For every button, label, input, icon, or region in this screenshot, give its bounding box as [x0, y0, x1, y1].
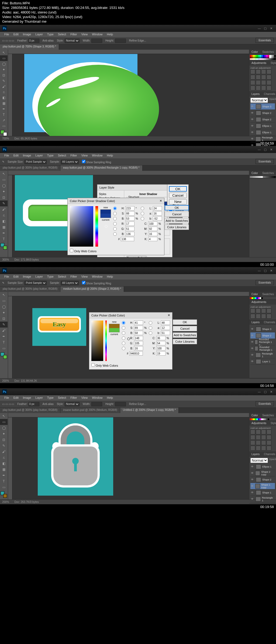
- b-radio[interactable]: [122, 331, 125, 335]
- layers-tab[interactable]: Layers: [249, 452, 262, 457]
- visibility-icon[interactable]: 👁: [251, 328, 255, 330]
- gradient-tool-icon[interactable]: ▦: [0, 466, 8, 472]
- a-input[interactable]: [153, 211, 162, 216]
- r-input[interactable]: [134, 336, 143, 340]
- color-swatches[interactable]: [1, 130, 7, 136]
- tab[interactable]: play button.psd @ 300% (play button, RGB…: [0, 408, 60, 413]
- background-swatch[interactable]: [3, 132, 7, 136]
- layer-row[interactable]: 👁Rectangle 1: [250, 352, 275, 358]
- adjustments-tab[interactable]: Adjustments: [249, 421, 268, 426]
- lb-radio[interactable]: [149, 331, 152, 335]
- eyedropper-tool-icon[interactable]: ✎: [0, 322, 8, 328]
- width-input[interactable]: [91, 39, 102, 43]
- adjustments-tab[interactable]: Adjustments: [249, 61, 268, 66]
- menu-view[interactable]: View: [79, 274, 90, 280]
- menu-help[interactable]: Help: [105, 32, 115, 37]
- menu-filter[interactable]: Filter: [68, 395, 79, 401]
- move-tool-icon[interactable]: ↖: [0, 50, 8, 55]
- l-radio[interactable]: [141, 207, 144, 210]
- ok-button[interactable]: OK: [165, 205, 189, 210]
- add-swatches-button[interactable]: Add to Swatches: [165, 218, 189, 223]
- c-input[interactable]: [156, 336, 165, 340]
- text-tool-icon[interactable]: T: [0, 478, 8, 484]
- layer-row[interactable]: 👁Ellipse 1: [250, 129, 275, 136]
- sample-layers-select[interactable]: All Layers: [61, 281, 79, 285]
- swatches-grid[interactable]: [249, 176, 276, 178]
- visibility-icon[interactable]: 👁: [251, 478, 255, 481]
- m-input[interactable]: [148, 227, 157, 231]
- antialias-check[interactable]: Anti-alias: [43, 39, 54, 42]
- color-tab[interactable]: Color: [249, 413, 260, 418]
- style-select[interactable]: Normal: [65, 39, 80, 43]
- visibility-icon[interactable]: 👁: [251, 340, 254, 343]
- height-input[interactable]: [115, 39, 126, 43]
- zoom-level[interactable]: 200%: [2, 379, 9, 382]
- g-input[interactable]: [125, 227, 134, 231]
- menu-file[interactable]: File: [2, 153, 11, 158]
- lb-input[interactable]: [161, 331, 170, 335]
- layer-row[interactable]: 👁Rounded Rectangle 1 c...: [250, 339, 275, 345]
- lasso-tool-icon[interactable]: ◯: [0, 183, 8, 189]
- c-input[interactable]: [148, 222, 157, 226]
- brush-tool-icon[interactable]: 🖌: [0, 84, 8, 89]
- show-ring-check[interactable]: Show Sampling Ring: [82, 160, 111, 164]
- menu-edit[interactable]: Edit: [11, 32, 21, 37]
- g-radio[interactable]: [113, 227, 117, 231]
- bl-input[interactable]: [134, 346, 143, 350]
- layer-row[interactable]: 👁Shape 1: [250, 489, 275, 496]
- menu-filter[interactable]: Filter: [68, 274, 79, 280]
- styles-item[interactable]: Styles: [99, 192, 122, 196]
- menu-type[interactable]: Type: [45, 274, 56, 280]
- h-input[interactable]: [134, 321, 143, 325]
- b-input[interactable]: [125, 216, 134, 221]
- color-libraries-button[interactable]: Color Libraries: [165, 224, 189, 230]
- menu-edit[interactable]: Edit: [11, 274, 21, 280]
- layer-row[interactable]: 👁Ellipse 1: [250, 123, 275, 129]
- menu-window[interactable]: Window: [90, 32, 105, 37]
- hex-input[interactable]: [121, 237, 134, 241]
- clone-tool-icon[interactable]: ⎌: [0, 455, 8, 461]
- visibility-icon[interactable]: 👁: [251, 334, 255, 337]
- layer-row[interactable]: 👁Ellipse 1: [250, 464, 275, 470]
- shape-tool-icon[interactable]: ▭: [0, 484, 8, 490]
- menu-type[interactable]: Type: [45, 32, 56, 37]
- g-input[interactable]: [134, 341, 143, 345]
- eyedropper-tool-icon[interactable]: ✎: [0, 200, 8, 206]
- text-tool-icon[interactable]: T: [0, 236, 8, 242]
- swatches-tab[interactable]: Swatches: [260, 292, 276, 297]
- hex-input[interactable]: [129, 351, 143, 356]
- cancel-button[interactable]: Cancel: [173, 326, 197, 331]
- eraser-tool-icon[interactable]: ◧: [0, 218, 8, 224]
- shape-tool-icon[interactable]: ▭: [0, 123, 8, 129]
- close-button[interactable]: ✕: [268, 268, 274, 273]
- crop-tool-icon[interactable]: ⊡: [0, 195, 8, 200]
- k-input[interactable]: [156, 351, 165, 356]
- menu-window[interactable]: Window: [90, 395, 105, 401]
- s-input[interactable]: [125, 211, 134, 216]
- visibility-icon[interactable]: 👁: [251, 131, 255, 134]
- cancel-button[interactable]: Cancel: [169, 193, 187, 198]
- selection-mode-icons[interactable]: ▭ ▭ ▭ ▭: [2, 403, 14, 406]
- add-swatches-button[interactable]: Add to Swatches: [173, 332, 197, 338]
- bl-radio[interactable]: [113, 232, 117, 236]
- swatches-grid[interactable]: [249, 54, 276, 60]
- maximize-button[interactable]: ▢: [263, 147, 268, 152]
- h-input[interactable]: [125, 206, 134, 210]
- tab[interactable]: play button.psd @ 700% (Shape 3, RGB/8) …: [0, 44, 59, 50]
- text-tool-icon[interactable]: T: [0, 339, 8, 345]
- marquee-tool-icon[interactable]: ▭: [0, 177, 8, 183]
- path-tool-icon[interactable]: ↗: [0, 118, 8, 123]
- clone-tool-icon[interactable]: ⎌: [0, 212, 8, 218]
- sample-size-select[interactable]: Point Sample: [25, 281, 47, 285]
- visibility-icon[interactable]: 👁: [251, 472, 254, 475]
- y-input[interactable]: [148, 232, 157, 236]
- menu-image[interactable]: Image: [21, 32, 33, 37]
- swatches-tab[interactable]: Swatches: [260, 171, 276, 176]
- eraser-tool-icon[interactable]: ◧: [0, 95, 8, 101]
- h-radio[interactable]: [122, 321, 125, 325]
- canvas[interactable]: [8, 50, 249, 136]
- adjustments-tab[interactable]: Adjustments: [249, 300, 268, 305]
- ok-button[interactable]: OK: [173, 319, 197, 325]
- visibility-icon[interactable]: 👁: [251, 137, 254, 140]
- close-button[interactable]: ✕: [268, 390, 274, 394]
